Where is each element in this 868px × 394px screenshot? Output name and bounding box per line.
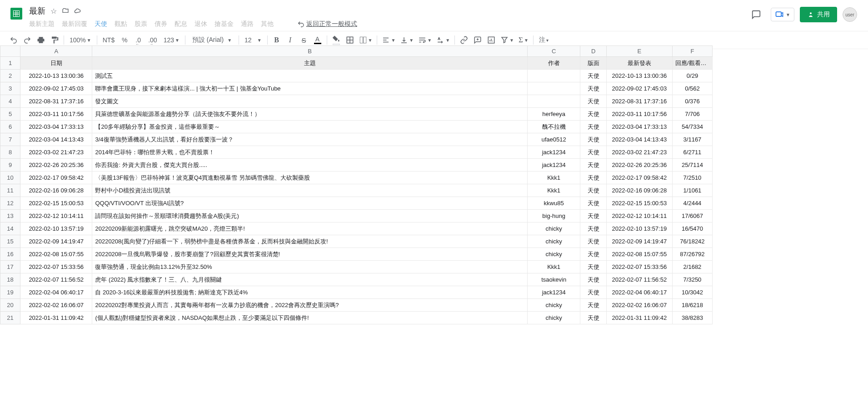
caret-down-icon: ▼ [786,12,790,17]
svg-rect-0 [776,12,782,16]
functions-dropdown[interactable]: Σ▼ [517,33,530,47]
column-header[interactable]: B [92,46,527,50]
insert-chart-button[interactable] [485,33,498,47]
grid: ABCDEF1日期主題作者版面最新發表回應/觀看次數22022-10-13 13… [0,45,713,49]
insert-link-button[interactable] [458,33,470,47]
print-button[interactable] [35,33,47,47]
vertical-align-dropdown[interactable]: ▼ [398,33,415,47]
column-header[interactable]: F [672,46,712,50]
menubar-item[interactable]: 其他 [261,20,274,28]
menubar-item[interactable]: 最新回覆 [62,20,87,28]
menubar-item[interactable]: 天使 [95,20,107,28]
text-color-button[interactable]: A [311,33,324,47]
borders-button[interactable] [344,33,356,47]
menubar-item[interactable]: 退休 [195,20,207,28]
app-header: 最新 ☆ 最新主題最新回覆天使觀點股票債券配息退休搶基金通路其他返回正常一般模式… [0,0,868,31]
menubar-item[interactable]: 配息 [175,20,187,28]
note-dropdown[interactable]: 注▾ [536,33,551,47]
document-title[interactable]: 最新 [29,5,45,16]
italic-button[interactable]: I [284,33,297,47]
menubar-item[interactable]: 債券 [155,20,167,28]
spreadsheet-area[interactable]: ABCDEF1日期主題作者版面最新發表回應/觀看次數22022-10-13 13… [0,45,868,49]
strikethrough-button[interactable]: S [298,33,310,47]
column-header[interactable]: A [20,46,92,50]
fill-color-button[interactable] [330,33,343,47]
svg-point-1 [810,12,812,14]
select-all-corner[interactable] [0,46,20,50]
font-family-dropdown[interactable]: 預設 (Arial)▼ [188,33,236,47]
redo-button[interactable] [21,33,34,47]
merge-cells-dropdown[interactable]: ▼ [357,33,374,47]
account-avatar[interactable]: user [843,7,857,22]
text-wrap-dropdown[interactable]: ▼ [416,33,434,47]
column-header[interactable]: D [580,46,606,50]
meet-present-button[interactable]: ▼ [771,8,794,21]
star-icon[interactable]: ☆ [50,7,57,15]
increase-decimal-button[interactable]: .00→ [145,33,160,47]
share-button[interactable]: 共用 [800,7,837,22]
format-percent-button[interactable]: % [118,33,131,47]
return-normal-mode-link[interactable]: 返回正常一般模式 [297,20,357,28]
zoom-dropdown[interactable]: 100%▼ [67,33,94,47]
share-label: 共用 [817,10,830,19]
filter-button[interactable]: ▼ [499,33,516,47]
insert-comment-button[interactable] [471,33,484,47]
format-currency-button[interactable]: NT$ [100,33,117,47]
decrease-decimal-button[interactable]: .0← [132,33,145,47]
menubar-item[interactable]: 股票 [135,20,147,28]
header-right: ▼ 共用 user [747,4,861,24]
menubar-item[interactable]: 觀點 [115,20,127,28]
paint-format-button[interactable] [48,33,61,47]
menubar: 最新主題最新回覆天使觀點股票債券配息退休搶基金通路其他返回正常一般模式 [29,18,743,31]
cloud-status-icon[interactable] [74,7,81,15]
font-size-dropdown[interactable]: 12 ▼ [242,33,264,47]
menubar-item[interactable]: 通路 [241,20,254,28]
comment-history-icon[interactable] [747,5,765,24]
more-formats-dropdown[interactable]: 123▼ [161,33,182,47]
app-logo[interactable] [7,5,25,23]
column-header[interactable]: E [606,46,672,50]
bold-button[interactable]: B [270,33,283,47]
move-folder-icon[interactable] [62,7,69,15]
menubar-item[interactable]: 最新主題 [29,20,55,28]
title-block: 最新 ☆ 最新主題最新回覆天使觀點股票債券配息退休搶基金通路其他返回正常一般模式 [29,4,743,31]
column-header[interactable]: C [527,46,580,50]
menubar-item[interactable]: 搶基金 [215,20,234,28]
horizontal-align-dropdown[interactable]: ▼ [380,33,397,47]
undo-button[interactable] [7,33,20,47]
text-rotation-dropdown[interactable]: ▼ [434,33,452,47]
